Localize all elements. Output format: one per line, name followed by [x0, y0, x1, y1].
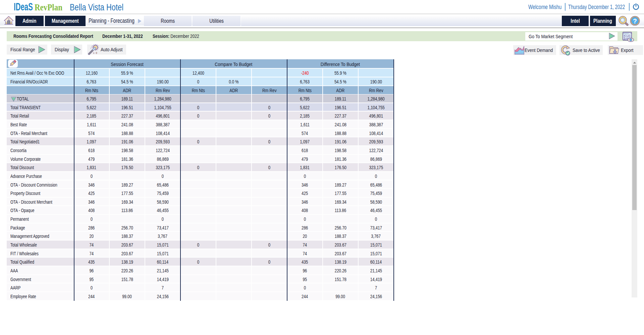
svg-text:?: ?: [633, 17, 637, 24]
